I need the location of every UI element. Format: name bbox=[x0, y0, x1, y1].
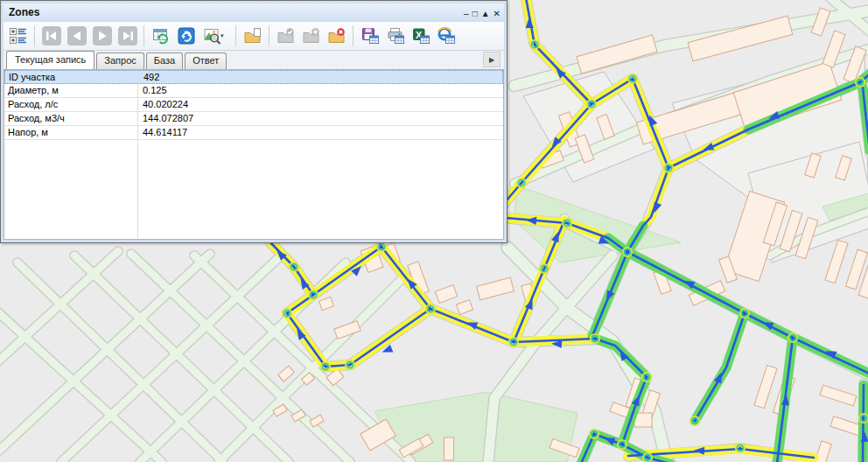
toolbar-separator bbox=[269, 25, 270, 46]
report-save-icon bbox=[360, 26, 380, 46]
pipe-node-icon bbox=[283, 309, 291, 318]
nav-next-icon bbox=[92, 25, 113, 46]
pipe-node-icon bbox=[346, 360, 354, 369]
field-value: 40.020224 bbox=[137, 98, 503, 111]
tab-0[interactable]: Текущая запись bbox=[6, 51, 94, 69]
record-row[interactable]: ID участка492 bbox=[4, 70, 503, 84]
window-titlebar[interactable]: Zones –□▲✕ bbox=[4, 4, 504, 21]
toolbar-separator bbox=[144, 25, 144, 46]
refresh-view-button[interactable] bbox=[174, 24, 198, 48]
pipe-node-icon bbox=[664, 164, 673, 172]
field-value: 144.072807 bbox=[137, 112, 503, 125]
minimize-button[interactable]: – bbox=[464, 9, 469, 18]
open-folder-icon bbox=[243, 26, 262, 46]
pipe-node-icon bbox=[736, 444, 745, 452]
tab-3[interactable]: Ответ bbox=[185, 52, 227, 69]
pipe-node-icon bbox=[540, 264, 549, 273]
tab-2[interactable]: База bbox=[146, 52, 183, 69]
toolbar-separator bbox=[353, 25, 354, 46]
nav-first-button[interactable] bbox=[39, 24, 63, 48]
pipe-node-icon bbox=[587, 100, 596, 108]
folder-add-button[interactable] bbox=[299, 24, 323, 48]
field-label: Расход, л/с bbox=[4, 98, 137, 111]
toolbar-separator bbox=[34, 25, 35, 46]
toolbar: ▾ bbox=[4, 22, 504, 51]
refresh-view-icon bbox=[177, 26, 196, 46]
pipe-node-icon bbox=[563, 219, 571, 228]
expand-tree-icon bbox=[9, 26, 28, 46]
pipe-node-icon bbox=[530, 40, 539, 49]
nav-last-button[interactable] bbox=[116, 24, 139, 48]
folder-delete-button[interactable] bbox=[325, 24, 348, 48]
pipe-node-icon bbox=[690, 416, 699, 425]
close-button[interactable]: ✕ bbox=[494, 9, 500, 18]
toolbar-separator bbox=[235, 25, 236, 46]
report-print-button[interactable] bbox=[383, 24, 407, 48]
tab-1[interactable]: Запрос bbox=[96, 52, 144, 69]
pin-up-button[interactable]: ▲ bbox=[481, 9, 490, 18]
field-label: ID участка bbox=[5, 71, 138, 83]
zoom-to-object-icon bbox=[203, 26, 222, 46]
pipe-node-icon bbox=[591, 334, 599, 343]
tab-scroll-right-button[interactable]: ▶ bbox=[483, 52, 500, 67]
nav-prev-button[interactable] bbox=[65, 24, 88, 48]
zones-window: Zones –□▲✕ bbox=[0, 0, 508, 243]
nav-first-icon bbox=[41, 25, 62, 46]
refresh-record-button[interactable] bbox=[149, 24, 172, 48]
nav-last-icon bbox=[117, 25, 138, 46]
field-value: 0.125 bbox=[137, 84, 503, 97]
pipe-node-icon bbox=[290, 262, 298, 271]
pipe-node-icon bbox=[642, 373, 651, 382]
pipe-node-icon bbox=[321, 362, 330, 371]
field-label: Напор, м bbox=[4, 126, 137, 139]
report-save-button[interactable] bbox=[358, 24, 382, 48]
field-label: Диаметр, м bbox=[4, 84, 137, 97]
column-divider bbox=[137, 70, 138, 239]
export-excel-button[interactable]: X bbox=[409, 24, 432, 48]
window-title: Zones bbox=[9, 6, 460, 18]
open-folder-button[interactable] bbox=[241, 24, 264, 48]
tab-strip: Текущая записьЗапросБазаОтвет▶ bbox=[4, 51, 504, 69]
field-value: 44.614117 bbox=[137, 126, 503, 139]
pipe-node-icon bbox=[309, 290, 318, 299]
pipe-node-icon bbox=[509, 338, 518, 346]
zoom-to-object-button[interactable]: ▾ bbox=[200, 24, 231, 48]
folder-apply-icon bbox=[276, 26, 296, 46]
pipe-node-icon bbox=[517, 178, 526, 187]
field-label: Расход, м3/ч bbox=[4, 112, 137, 125]
record-row[interactable]: Диаметр, м0.125 bbox=[4, 84, 503, 98]
pipe-node-icon bbox=[377, 242, 386, 251]
nav-prev-icon bbox=[66, 25, 88, 46]
export-excel-icon: X bbox=[411, 26, 430, 46]
field-value: 492 bbox=[138, 71, 502, 83]
refresh-record-icon bbox=[151, 26, 171, 46]
expand-tree-button[interactable] bbox=[6, 24, 30, 48]
folder-delete-icon bbox=[327, 26, 346, 46]
maximize-button[interactable]: □ bbox=[472, 9, 478, 18]
folder-add-icon bbox=[302, 26, 321, 46]
export-web-icon bbox=[437, 26, 456, 46]
pipe-node-icon bbox=[590, 430, 598, 438]
pipe-node-icon bbox=[623, 248, 632, 256]
pipe-node-icon bbox=[426, 304, 435, 313]
pipe-node-icon bbox=[788, 333, 797, 342]
window-controls: –□▲✕ bbox=[460, 4, 500, 20]
nav-next-button[interactable] bbox=[90, 24, 114, 48]
record-row[interactable]: Расход, м3/ч144.072807 bbox=[4, 112, 503, 126]
pipe-node-icon bbox=[856, 78, 864, 87]
pipe-node-icon bbox=[740, 309, 749, 318]
record-row[interactable]: Напор, м44.614117 bbox=[4, 126, 503, 140]
folder-apply-button[interactable] bbox=[274, 24, 298, 48]
pipe-node-icon bbox=[618, 440, 626, 449]
export-web-button[interactable] bbox=[434, 24, 458, 48]
pipe-node-icon bbox=[628, 74, 637, 83]
record-table: ID участка492Диаметр, м0.125Расход, л/с4… bbox=[4, 69, 504, 240]
report-print-icon bbox=[386, 26, 405, 46]
record-row[interactable]: Расход, л/с40.020224 bbox=[4, 98, 503, 112]
zoom-dropdown-caret[interactable]: ▾ bbox=[220, 32, 228, 39]
pipe-node-icon bbox=[643, 453, 652, 462]
pipe-node-icon bbox=[859, 414, 868, 423]
